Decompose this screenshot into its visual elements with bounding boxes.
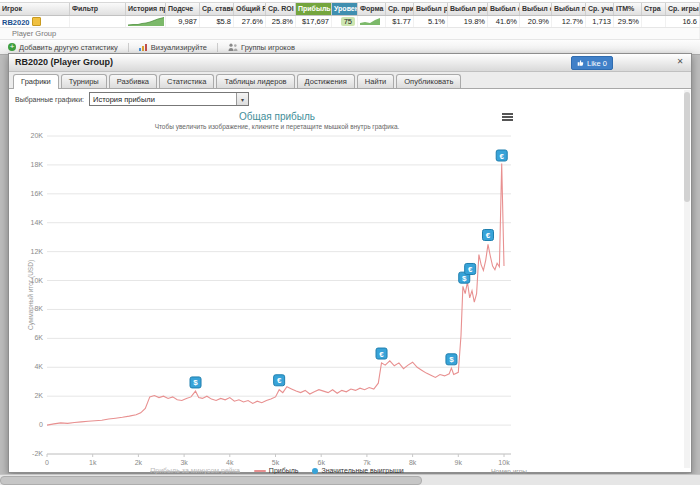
- svg-text:0: 0: [45, 459, 49, 466]
- col-header-filter[interactable]: Фильтр: [70, 3, 126, 15]
- col-header-profit-history[interactable]: История приб: [126, 3, 166, 15]
- col-header-bust-late[interactable]: Выбыл позд: [552, 3, 586, 15]
- bust-late-value: 12.7%: [552, 16, 586, 27]
- profit-value: $17,697: [296, 16, 332, 27]
- x-axis-ticks: 01k2k3k4k5k6k7k8k9k10k: [45, 454, 511, 466]
- tab-statistics[interactable]: Статистика: [159, 74, 214, 88]
- significant-win-marker[interactable]: €: [496, 150, 507, 161]
- col-header-itm[interactable]: ITM%: [614, 3, 642, 15]
- svg-text:6k: 6k: [317, 459, 325, 466]
- svg-text:-2K: -2K: [32, 450, 43, 457]
- svg-text:16K: 16K: [31, 190, 44, 197]
- player-groups-label: Группы игроков: [241, 43, 295, 52]
- col-header-total-roi[interactable]: Общий ROI: [234, 3, 266, 15]
- svg-text:0: 0: [39, 421, 43, 428]
- scrollbar-thumb[interactable]: [684, 92, 690, 202]
- col-header-avg-entrants[interactable]: Ср. уча: [586, 3, 614, 15]
- col-header-bust-early[interactable]: Выбыл рано: [414, 3, 448, 15]
- tab-breakdown[interactable]: Разбивка: [109, 74, 157, 88]
- visualize-button[interactable]: Визуализируйте: [139, 43, 207, 52]
- graph-select[interactable]: История прибыли: [89, 92, 249, 106]
- scrollbar-thumb[interactable]: [0, 476, 422, 485]
- tab-find[interactable]: Найти: [357, 74, 394, 88]
- tab-tournaments[interactable]: Турниры: [61, 74, 107, 88]
- col-header-avg-stake[interactable]: Ср. ставка: [200, 3, 234, 15]
- svg-text:14K: 14K: [31, 219, 44, 226]
- significant-win-marker[interactable]: $: [190, 377, 201, 388]
- graph-controls: Выбранные графики: История прибыли: [9, 89, 691, 109]
- player-groups-button[interactable]: Группы игроков: [228, 43, 295, 52]
- facebook-like-button[interactable]: Like 0: [571, 56, 613, 70]
- col-header-avg-profit[interactable]: Ср. приб: [386, 3, 414, 15]
- svg-text:6K: 6K: [34, 334, 43, 341]
- col-header-country[interactable]: Стра: [642, 3, 666, 15]
- significant-win-marker[interactable]: €: [376, 348, 387, 359]
- svg-text:10k: 10k: [498, 459, 510, 466]
- profit-history-sparkline: [128, 17, 164, 26]
- tab-publish[interactable]: Опубликовать: [396, 74, 461, 88]
- svg-text:€: €: [379, 350, 384, 359]
- legend-item-significant-wins[interactable]: Значительные выигрыши: [312, 467, 403, 474]
- bust-mid2-value: 20.9%: [520, 16, 552, 27]
- y-axis-title: Суммарный итог (USD): [27, 260, 35, 330]
- col-header-player[interactable]: Игрок: [0, 3, 70, 15]
- profit-chart-plot[interactable]: -2K02K4K6K8K10K12K14K16K18K20K01k2k3k4k5…: [27, 132, 527, 470]
- tab-achievements[interactable]: Достижения: [297, 74, 355, 88]
- chart-menu-icon[interactable]: [502, 113, 513, 122]
- significant-win-marker[interactable]: €: [483, 230, 494, 241]
- col-header-form[interactable]: Форма: [358, 3, 386, 15]
- chart-subtitle: Чтобы увеличить изображение, кликните и …: [27, 123, 527, 130]
- svg-text:5k: 5k: [272, 459, 280, 466]
- panel-header: RB2020 (Player Group) Like 0 ✕: [9, 54, 691, 72]
- col-header-avg-roi[interactable]: Ср. ROI: [266, 3, 296, 15]
- tab-leaderboards[interactable]: Таблицы лидеров: [216, 74, 294, 88]
- avg-games-value: 16.6: [666, 16, 700, 27]
- svg-text:$: $: [462, 274, 467, 283]
- app-window: Игрок Фильтр История приб Подсче Ср. ста…: [0, 0, 700, 485]
- graph-select-label: Выбранные графики:: [15, 96, 84, 103]
- player-row[interactable]: RB2020 9,987 $5.8 27.6% 25.8% $17,697 75: [0, 16, 700, 28]
- itm-value: 29.5%: [614, 16, 642, 27]
- stats-header-row: Игрок Фильтр История приб Подсче Ср. ста…: [0, 2, 700, 16]
- avg-roi-value: 25.8%: [266, 16, 296, 27]
- toolbar-divider: [128, 43, 129, 52]
- player-group-row[interactable]: Player Group: [0, 28, 700, 40]
- player-group-label: Player Group: [0, 28, 700, 39]
- panel-scrollbar[interactable]: [684, 90, 690, 468]
- like-label: Like 0: [587, 59, 607, 68]
- chart-legend: Прибыль за минусом рейка Прибыль Значите…: [27, 467, 527, 474]
- legend-item-net-profit[interactable]: Прибыль за минусом рейка: [150, 467, 240, 474]
- profit-chart: Общая прибыль Чтобы увеличить изображени…: [27, 111, 527, 483]
- dot-swatch-icon: [312, 468, 318, 474]
- stats-toolbar: Добавить другую статистику Визуализируйт…: [0, 40, 700, 54]
- page-horizontal-scrollbar[interactable]: [0, 474, 700, 485]
- add-statistic-label: Добавить другую статистику: [19, 43, 118, 52]
- col-header-level[interactable]: Уровень: [332, 3, 358, 15]
- stats-topbar: Игрок Фильтр История приб Подсче Ср. ста…: [0, 0, 700, 55]
- player-name-link[interactable]: RB2020: [2, 18, 30, 27]
- significant-win-marker[interactable]: €: [465, 263, 476, 274]
- tab-graphs[interactable]: Графики: [13, 74, 59, 89]
- significant-win-marker[interactable]: €: [274, 375, 285, 386]
- col-header-avg-games[interactable]: Ср. игры: [666, 3, 700, 15]
- avg-stake-value: $5.8: [200, 16, 234, 27]
- col-header-profit[interactable]: Прибыль: [296, 3, 332, 15]
- significant-win-marker[interactable]: $: [446, 354, 457, 365]
- col-header-bust-mid[interactable]: Выбыл сре: [488, 3, 520, 15]
- add-statistic-button[interactable]: Добавить другую статистику: [8, 43, 118, 52]
- legend-profit-label: Прибыль: [269, 467, 299, 474]
- svg-text:9k: 9k: [455, 459, 463, 466]
- svg-text:8k: 8k: [409, 459, 417, 466]
- player-badge-icon: [32, 17, 41, 26]
- col-header-bust-mid2[interactable]: Выбыл сре: [520, 3, 552, 15]
- y-gridlines: -2K02K4K6K8K10K12K14K16K18K20K: [31, 132, 511, 457]
- svg-text:$: $: [449, 355, 454, 364]
- svg-text:€: €: [486, 231, 491, 240]
- form-sparkline: [360, 17, 380, 25]
- svg-text:4k: 4k: [226, 459, 234, 466]
- close-icon[interactable]: ✕: [674, 56, 686, 68]
- col-header-bust-early-mid[interactable]: Выбыл рано/сре: [448, 3, 488, 15]
- svg-text:18K: 18K: [31, 161, 44, 168]
- col-header-count[interactable]: Подсче: [166, 3, 200, 15]
- legend-item-profit[interactable]: Прибыль: [254, 467, 299, 474]
